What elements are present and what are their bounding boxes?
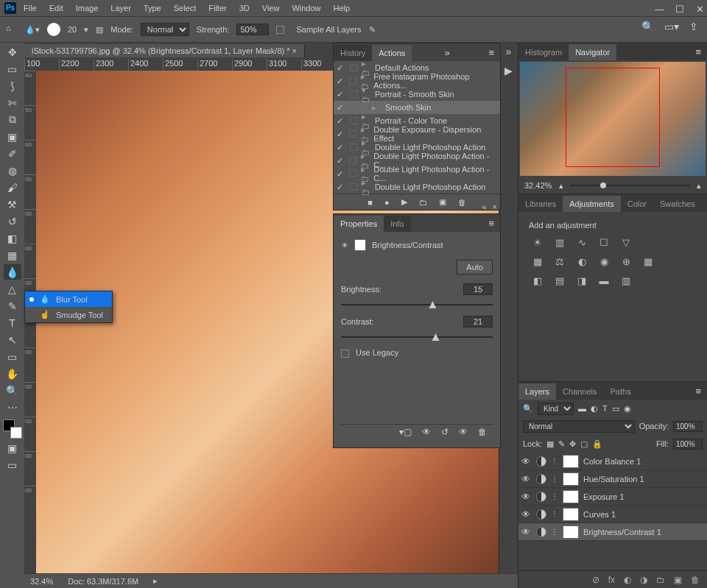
mask-thumb[interactable] — [563, 508, 579, 521]
brightness-value[interactable]: 15 — [463, 283, 493, 295]
dialog-toggle[interactable] — [350, 91, 357, 98]
contrast-value[interactable]: 21 — [463, 316, 493, 327]
menu-3d[interactable]: 3D — [234, 2, 255, 14]
tab-paths[interactable]: Paths — [604, 383, 638, 400]
pressure-icon[interactable]: ✎ — [369, 25, 376, 35]
quickmask-tool[interactable]: ▣ — [4, 440, 21, 456]
gradient-tool[interactable]: ▦ — [4, 247, 21, 263]
brightness-slider[interactable] — [341, 304, 493, 305]
quick-select-tool[interactable]: ✄ — [4, 95, 21, 110]
panel-menu-icon[interactable]: ≡ — [482, 44, 500, 61]
hand-tool[interactable]: ✋ — [4, 366, 21, 381]
delete-action-icon[interactable]: 🗑 — [458, 198, 466, 207]
visibility-icon[interactable]: 👁 — [521, 527, 532, 537]
menu-layer[interactable]: Layer — [105, 2, 136, 14]
zoom-slider[interactable] — [571, 185, 689, 186]
lock-trans-icon[interactable]: ▦ — [546, 439, 554, 449]
zoom-out-icon[interactable]: ▴ — [559, 181, 563, 191]
mask-thumb[interactable] — [563, 490, 579, 503]
layer-fx-icon[interactable]: fx — [608, 575, 615, 585]
menu-edit[interactable]: Edit — [44, 2, 68, 14]
adj-thumb-icon[interactable] — [536, 527, 546, 537]
dialog-toggle[interactable] — [349, 130, 356, 138]
pen-tool[interactable]: ✎ — [4, 298, 21, 314]
link-layers-icon[interactable]: ⊘ — [592, 575, 599, 585]
color-swatches[interactable] — [3, 419, 22, 439]
flyout-blur-tool[interactable]: 💧 Blur Tool — [25, 291, 112, 307]
visibility-icon[interactable]: 👁 — [521, 492, 532, 502]
frame-tool[interactable]: ▣ — [4, 129, 21, 144]
adj-vibrance-icon[interactable]: ▽ — [619, 235, 633, 249]
visibility-icon[interactable]: 👁 — [521, 474, 532, 484]
menu-select[interactable]: Select — [169, 2, 202, 14]
check-icon[interactable]: ✓ — [337, 156, 345, 166]
layer-row[interactable]: 👁⋮Curves 1 — [518, 506, 707, 523]
nav-zoom-value[interactable]: 32.42% — [524, 181, 552, 190]
check-icon[interactable]: ✓ — [337, 183, 345, 192]
expand-icon[interactable]: » — [506, 46, 512, 57]
check-icon[interactable]: ✓ — [337, 63, 345, 73]
adj-lookup-icon[interactable]: ▦ — [641, 255, 655, 268]
tab-properties[interactable]: Properties — [334, 216, 384, 232]
sample-all-checkbox[interactable] — [276, 26, 284, 34]
layer-name[interactable]: Curves 1 — [583, 510, 616, 519]
layer-row[interactable]: 👁⋮Color Balance 1 — [518, 453, 707, 470]
layer-name[interactable]: Exposure 1 — [583, 492, 625, 501]
zoom-in-icon[interactable]: ▴ — [697, 181, 701, 191]
tab-info[interactable]: Info — [384, 216, 410, 232]
new-layer-icon[interactable]: ▣ — [674, 575, 682, 585]
flyout-smudge-tool[interactable]: ☝ Smudge Tool — [25, 307, 112, 322]
dialog-toggle[interactable] — [350, 104, 357, 111]
layer-row[interactable]: 👁⋮Hue/Saturation 1 — [518, 470, 707, 488]
check-icon[interactable]: ✓ — [337, 116, 345, 126]
action-row[interactable]: ✓▸ 🗀Double Exposure - Dispersion Effect — [334, 127, 500, 141]
status-zoom[interactable]: 32.4% — [30, 577, 53, 586]
dialog-toggle[interactable] — [350, 144, 357, 151]
dialog-toggle[interactable] — [350, 183, 357, 191]
healing-tool[interactable]: ◍ — [4, 163, 21, 178]
adj-threshold-icon[interactable]: ◨ — [574, 274, 589, 287]
stamp-tool[interactable]: ⚒ — [4, 196, 21, 212]
brush-preview[interactable] — [47, 23, 60, 36]
tab-close-icon[interactable]: × — [292, 46, 297, 55]
adj-invert-icon[interactable]: ◧ — [530, 274, 545, 287]
brush-tool[interactable]: 🖌 — [4, 180, 21, 195]
adj-photo-icon[interactable]: ◉ — [597, 255, 611, 268]
crop-tool[interactable]: ⧉ — [4, 112, 21, 127]
brush-picker-icon[interactable]: ▾ — [84, 25, 88, 35]
action-row[interactable]: ✓▸Smooth Skin — [334, 101, 500, 114]
check-icon[interactable]: ✓ — [337, 143, 345, 152]
contrast-slider[interactable] — [341, 336, 493, 338]
edit-toolbar[interactable]: ⋯ — [4, 400, 21, 415]
adj-mixer-icon[interactable]: ⊕ — [619, 255, 633, 268]
screenmode-tool[interactable]: ▭ — [4, 457, 21, 472]
visibility-icon[interactable]: 👁 — [521, 456, 532, 467]
new-group-icon[interactable]: 🗀 — [656, 575, 665, 585]
brush-panel-icon[interactable]: ▧ — [96, 25, 103, 35]
play-action-icon[interactable]: ▶ — [401, 197, 407, 207]
dialog-toggle[interactable] — [350, 64, 357, 71]
maximize-icon[interactable]: ☐ — [670, 2, 680, 11]
toggle-vis-icon[interactable]: 👁 — [459, 427, 468, 437]
adj-selective-icon[interactable]: ▥ — [619, 274, 633, 287]
menu-file[interactable]: File — [18, 2, 42, 14]
blend-select[interactable]: Normal — [523, 420, 635, 433]
adj-thumb-icon[interactable] — [536, 492, 546, 502]
strength-input[interactable] — [236, 24, 269, 35]
stop-icon[interactable]: ■ — [367, 198, 373, 207]
check-icon[interactable]: ✓ — [337, 90, 345, 99]
status-arrow-icon[interactable]: ▸ — [153, 576, 158, 586]
tab-navigator[interactable]: Navigator — [569, 44, 616, 60]
close-panel-icon[interactable]: × — [493, 202, 497, 211]
eraser-tool[interactable]: ◧ — [4, 230, 21, 246]
blur-tool[interactable]: 💧 — [4, 264, 21, 280]
dialog-toggle[interactable] — [349, 77, 356, 85]
new-action-icon[interactable]: ▣ — [439, 197, 446, 207]
layer-row[interactable]: 👁⋮Brightness/Contrast 1 — [518, 523, 707, 541]
tab-layers[interactable]: Layers — [518, 383, 556, 400]
layer-name[interactable]: Brightness/Contrast 1 — [583, 528, 661, 536]
mask-thumb-icon[interactable] — [354, 239, 366, 251]
kind-select[interactable]: Kind — [538, 403, 574, 415]
visibility-icon[interactable]: 👁 — [521, 509, 532, 520]
tab-swatches[interactable]: Swatches — [653, 196, 702, 212]
